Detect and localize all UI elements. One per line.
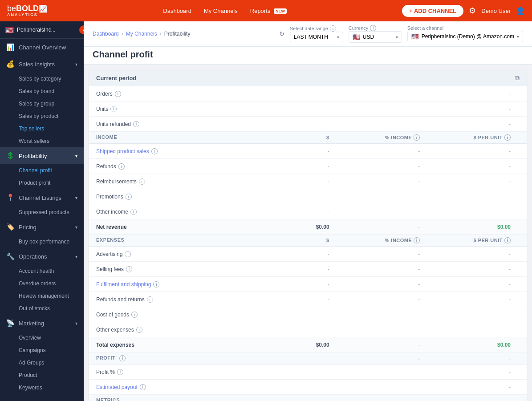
- income-col-per-unit: $ PER UNIT i: [429, 134, 520, 141]
- expenses-col-percent: % INCOME i: [338, 237, 429, 243]
- sidebar-item-sales-insights[interactable]: 💰 Sales Insights ▾: [0, 56, 84, 73]
- dollar-icon: 💲: [6, 152, 14, 160]
- refunds-returns-info-icon: i: [147, 296, 153, 303]
- logo: beBOLD📈 ANALYTICS: [7, 4, 48, 17]
- income-col-dollar: $: [248, 134, 338, 141]
- sidebar-item-out-of-stocks[interactable]: Out of stocks: [0, 302, 84, 315]
- gear-icon[interactable]: ⚙: [469, 6, 476, 16]
- channel-select[interactable]: 🇺🇸 PeripheralsInc (Demo) @ Amazon.com ▾: [407, 31, 523, 42]
- copy-icon[interactable]: ⧉: [515, 74, 520, 82]
- chevron-down-icon: ▾: [75, 62, 77, 67]
- bar-chart-icon: 📊: [6, 43, 14, 51]
- fulfilment-row: Fulfilment and shipping i - - -: [89, 277, 527, 292]
- sidebar-item-channel-listings[interactable]: 📍 Channel Listings ▾: [0, 189, 84, 206]
- orders-info-icon: i: [115, 91, 121, 97]
- cost-of-goods-row: Cost of goods i - - -: [89, 307, 527, 322]
- currency-select[interactable]: 🇺🇸 USD ▾: [349, 31, 402, 43]
- sidebar-collapse-button[interactable]: ‹: [79, 25, 84, 34]
- sidebar-item-sales-by-category[interactable]: Sales by category: [0, 73, 84, 85]
- sidebar-item-channel-profit[interactable]: Channel profit: [0, 164, 84, 177]
- tag-icon: 🏷️: [6, 223, 14, 231]
- promotions-val3: -: [429, 194, 520, 200]
- sidebar-item-sales-by-brand[interactable]: Sales by brand: [0, 85, 84, 97]
- breadcrumb-sep-2: ›: [160, 31, 162, 37]
- chevron-down-icon-profitability: ▾: [75, 154, 77, 158]
- refresh-icon[interactable]: ↻: [279, 30, 284, 37]
- sidebar-item-operations[interactable]: 🔧 Operations ▾: [0, 248, 84, 265]
- sidebar-item-product-profit[interactable]: Product profit: [0, 177, 84, 189]
- shipped-product-sales-row: Shipped product sales i - - -: [89, 144, 527, 159]
- breadcrumb-current: Profitability: [164, 31, 191, 37]
- sidebar-item-review-management[interactable]: Review management: [0, 290, 84, 302]
- sidebar-item-marketing-overview[interactable]: Overview: [0, 332, 84, 344]
- sidebar-item-suppressed-products[interactable]: Suppressed products: [0, 206, 84, 219]
- current-period-label: Current period: [96, 75, 136, 81]
- sidebar-item-sales-by-group[interactable]: Sales by group: [0, 97, 84, 110]
- flag-us-icon: 🇺🇸: [353, 33, 360, 41]
- advertising-val2: -: [338, 251, 429, 257]
- sidebar-item-keywords[interactable]: Keywords: [0, 381, 84, 394]
- sidebar-item-buy-box-performance[interactable]: Buy box performance: [0, 235, 84, 248]
- promotions-info-icon: i: [126, 194, 132, 200]
- profit-percent-row: Profit % i -: [89, 365, 527, 380]
- sidebar-item-campaigns[interactable]: Campaigns: [0, 344, 84, 356]
- profit-info-icon: i: [119, 355, 126, 361]
- fulfilment-val3: -: [429, 281, 520, 288]
- add-channel-button[interactable]: + ADD CHANNEL: [402, 5, 463, 17]
- promotions-label: Promotions i: [96, 194, 248, 200]
- breadcrumb-my-channels[interactable]: My Channels: [126, 31, 157, 37]
- wrench-icon: 🔧: [6, 252, 14, 260]
- refunds-returns-val3: -: [429, 296, 520, 303]
- channel-label: Select a channel: [407, 25, 523, 31]
- sidebar-item-pricing[interactable]: 🏷️ Pricing ▾: [0, 219, 84, 235]
- chevron-down-icon-pricing: ▾: [75, 225, 77, 230]
- sidebar-item-profitability[interactable]: 💲 Profitability ▾: [0, 147, 84, 164]
- top-nav: beBOLD📈 ANALYTICS Dashboard My Channels …: [0, 0, 532, 21]
- currency-caret: ▾: [396, 35, 398, 40]
- profit-percent-label: Profit % i: [96, 369, 248, 375]
- sidebar: 🇺🇸 PeripheralsInc... ‹ 📊 Channel Overvie…: [0, 21, 84, 401]
- expenses-per-unit-info-icon: i: [504, 237, 511, 243]
- income-percent-info-icon: i: [414, 134, 420, 141]
- nav-dashboard[interactable]: Dashboard: [163, 8, 191, 14]
- sidebar-item-account-health[interactable]: Account health: [0, 265, 84, 277]
- cost-of-goods-val3: -: [429, 312, 520, 318]
- reimbursements-val1: -: [248, 178, 338, 185]
- fulfilment-val2: -: [338, 281, 429, 288]
- content-header: Dashboard › My Channels › Profitability …: [84, 21, 532, 47]
- sidebar-item-marketing[interactable]: 📡 Marketing ▾: [0, 315, 84, 332]
- sidebar-item-marketing-product[interactable]: Product: [0, 369, 84, 381]
- logo-be: be: [7, 4, 16, 13]
- metrics-section-label: METRICS: [96, 397, 248, 401]
- sales-icon: 💰: [6, 60, 14, 68]
- account-name: PeripheralsInc...: [17, 27, 78, 33]
- other-income-val1: -: [248, 209, 338, 215]
- breadcrumb-sep-1: ›: [122, 31, 123, 37]
- reimbursements-info-icon: i: [139, 178, 145, 185]
- refunds-returns-val2: -: [338, 296, 429, 303]
- refunds-val1: -: [248, 163, 338, 170]
- sidebar-item-ad-groups[interactable]: Ad Groups: [0, 356, 84, 369]
- chevron-down-icon-operations: ▾: [75, 254, 77, 259]
- refunds-returns-label: Refunds and returns i: [96, 296, 248, 303]
- main-layout: 🇺🇸 PeripheralsInc... ‹ 📊 Channel Overvie…: [0, 21, 532, 401]
- date-range-select[interactable]: LAST MONTH ▾: [290, 32, 343, 42]
- sidebar-item-sales-by-product[interactable]: Sales by product: [0, 110, 84, 122]
- selling-fees-val3: -: [429, 266, 520, 272]
- sidebar-item-worst-sellers[interactable]: Worst sellers: [0, 135, 84, 147]
- sidebar-item-channel-overview[interactable]: 📊 Channel Overview: [0, 39, 84, 56]
- other-expenses-label: Other expenses i: [96, 327, 248, 333]
- income-col-headers: INCOME $ % INCOME i $ PER UNIT i: [89, 132, 527, 144]
- page-title-bar: Channel profit: [84, 47, 532, 65]
- sidebar-item-top-sellers[interactable]: Top sellers: [0, 122, 84, 135]
- total-expenses-row: Total expenses $0.00 - $0.00: [89, 337, 527, 352]
- sidebar-item-overdue-orders[interactable]: Overdue orders: [0, 277, 84, 290]
- orders-value: -: [248, 91, 520, 97]
- other-income-label: Other income i: [96, 209, 248, 215]
- nav-reports[interactable]: Reports NEW: [250, 8, 287, 14]
- nav-my-channels[interactable]: My Channels: [204, 8, 238, 14]
- breadcrumb-dashboard[interactable]: Dashboard: [93, 31, 119, 37]
- estimated-payout-info-icon: i: [140, 384, 146, 390]
- total-expenses-val1: $0.00: [248, 342, 338, 348]
- advertising-val1: -: [248, 251, 338, 257]
